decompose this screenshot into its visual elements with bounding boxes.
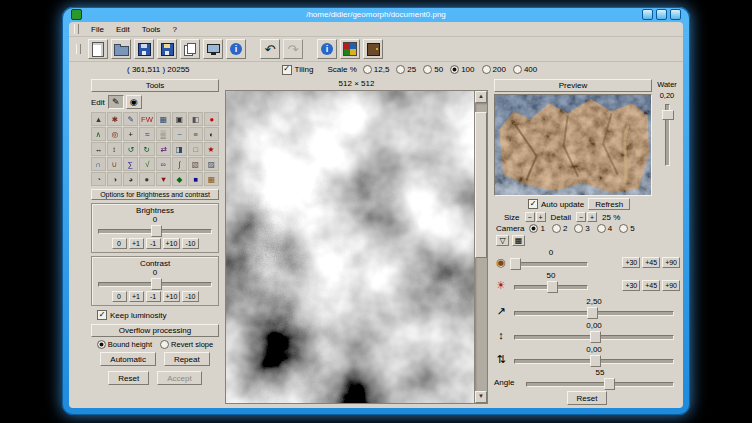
slider-handle[interactable]: [590, 355, 601, 367]
automatic-button[interactable]: Automatic: [100, 352, 156, 366]
vertical-scrollbar[interactable]: ▲ ▼: [474, 91, 487, 403]
wireframe-toggle[interactable]: ▽: [496, 235, 509, 246]
camera-option-3[interactable]: 3: [574, 224, 589, 233]
scale-option-25[interactable]: 25: [396, 65, 416, 74]
rotation-step-plus90[interactable]: +90: [662, 257, 680, 268]
elevation-step-plus90[interactable]: +90: [662, 280, 680, 291]
titlebar[interactable]: /home/didier/geomorph/document0.png: [62, 7, 690, 22]
scale-option-400[interactable]: 400: [513, 65, 537, 74]
open-file-button[interactable]: [111, 39, 131, 59]
rotation-step-plus30[interactable]: +30: [622, 257, 640, 268]
tool-sqrt[interactable]: √: [139, 157, 155, 171]
elevation-step-plus30[interactable]: +30: [622, 280, 640, 291]
tool-terraces[interactable]: ≡: [188, 127, 203, 141]
tool-record[interactable]: ●: [204, 112, 219, 126]
tool-square-fill[interactable]: ■: [188, 172, 203, 186]
distance-slider[interactable]: [512, 306, 676, 318]
repeat-button[interactable]: Repeat: [164, 352, 210, 366]
heightfield-canvas[interactable]: [226, 91, 474, 403]
tiling-checkbox[interactable]: Tiling: [282, 65, 314, 75]
contrast-slider[interactable]: [96, 277, 214, 289]
camera-option-4[interactable]: 4: [597, 224, 612, 233]
tool-hatch-right[interactable]: ▨: [204, 157, 219, 171]
vertical-offset-slider[interactable]: [512, 330, 676, 342]
document-info-button[interactable]: [226, 39, 246, 59]
quit-button[interactable]: [363, 39, 383, 59]
brightness-step-plus10[interactable]: +10: [163, 238, 181, 249]
angle-slider[interactable]: [524, 377, 676, 389]
tool-invert[interactable]: ◐: [204, 127, 219, 141]
auto-update-checkbox[interactable]: Auto update: [528, 199, 584, 209]
brightness-step-plus1[interactable]: +1: [129, 238, 144, 249]
scroll-up-arrow[interactable]: ▲: [475, 91, 487, 103]
reset-button[interactable]: Reset: [108, 371, 149, 385]
camera-option-1[interactable]: 1: [529, 224, 544, 233]
brightness-step-0[interactable]: 0: [112, 238, 127, 249]
display-options-button[interactable]: [203, 39, 223, 59]
tool-crop[interactable]: □: [188, 142, 203, 156]
scale-option-200[interactable]: 200: [482, 65, 506, 74]
brightness-slider[interactable]: [96, 224, 214, 236]
tool-mirror-horizontal[interactable]: ↔: [91, 142, 106, 156]
detail-increase-button[interactable]: +: [587, 212, 597, 222]
redo-button[interactable]: ↷: [283, 39, 303, 59]
tool-noise[interactable]: ▒: [156, 127, 171, 141]
camera-option-2[interactable]: 2: [552, 224, 567, 233]
tool-mirror-vertical[interactable]: ↕: [107, 142, 122, 156]
tool-mountains[interactable]: ∧: [91, 127, 106, 141]
keep-luminosity-checkbox[interactable]: Keep luminosity: [91, 309, 219, 321]
overflow-revert-slope[interactable]: Revert slope: [160, 340, 213, 349]
detail-decrease-button[interactable]: −: [576, 212, 586, 222]
tool-smooth[interactable]: ~: [172, 127, 187, 141]
color-palette-button[interactable]: [340, 39, 360, 59]
contrast-step-plus1[interactable]: +1: [129, 291, 144, 302]
undo-button[interactable]: ↶: [260, 39, 280, 59]
tool-integral[interactable]: ∫: [172, 157, 187, 171]
tool-full-tone[interactable]: ●: [139, 172, 155, 186]
about-button[interactable]: [317, 39, 337, 59]
refresh-button[interactable]: Refresh: [588, 198, 630, 210]
menu-edit[interactable]: Edit: [110, 24, 136, 35]
tool-mask[interactable]: ◧: [188, 112, 203, 126]
slider-handle[interactable]: [151, 278, 162, 290]
contrast-step-minus10[interactable]: -10: [182, 291, 198, 302]
elevation-slider[interactable]: [512, 280, 590, 292]
accept-button[interactable]: Accept: [157, 371, 201, 385]
contrast-step-plus10[interactable]: +10: [163, 291, 181, 302]
tool-quarter-tone[interactable]: ◔: [91, 172, 106, 186]
tool-relief-editor[interactable]: ▲: [91, 112, 106, 126]
save-as-button[interactable]: [157, 39, 177, 59]
scroll-down-arrow[interactable]: ▼: [475, 391, 487, 403]
tool-infinity[interactable]: ∞: [156, 157, 171, 171]
slider-handle[interactable]: [590, 331, 601, 343]
overflow-bound-height[interactable]: Bound height: [97, 340, 152, 349]
preview-reset-button[interactable]: Reset: [567, 391, 608, 405]
picker-tool-button[interactable]: ◉: [126, 95, 142, 109]
slider-handle[interactable]: [510, 258, 521, 270]
new-document-button[interactable]: [88, 39, 108, 59]
tool-stamp[interactable]: ▣: [172, 112, 187, 126]
tool-rotate-left[interactable]: ↺: [123, 142, 138, 156]
scale-option-50[interactable]: 50: [423, 65, 443, 74]
menu-tools[interactable]: Tools: [136, 24, 167, 35]
tool-rotate-right[interactable]: ↻: [139, 142, 155, 156]
slider-handle[interactable]: [662, 110, 674, 120]
tool-waves[interactable]: ≈: [139, 127, 155, 141]
tool-canyon[interactable]: ∪: [107, 157, 122, 171]
contrast-step-minus1[interactable]: -1: [146, 291, 161, 302]
terrain-3d-view[interactable]: [494, 94, 652, 196]
tool-star-filter[interactable]: ★: [204, 142, 219, 156]
rotation-slider[interactable]: [512, 257, 590, 269]
maximize-button[interactable]: [656, 9, 667, 20]
rotation-step-plus45[interactable]: +45: [642, 257, 660, 268]
elevation-step-plus45[interactable]: +45: [642, 280, 660, 291]
menubar-grip[interactable]: [74, 24, 79, 34]
toolbar-grip[interactable]: [76, 44, 81, 54]
slider-handle[interactable]: [151, 225, 162, 237]
scale-option-100[interactable]: 100: [450, 65, 474, 74]
size-decrease-button[interactable]: −: [525, 212, 535, 222]
tool-swap[interactable]: ⇄: [156, 142, 171, 156]
slider-handle[interactable]: [604, 378, 615, 390]
menu-file[interactable]: File: [85, 24, 110, 35]
horizontal-offset-slider[interactable]: [512, 354, 676, 366]
